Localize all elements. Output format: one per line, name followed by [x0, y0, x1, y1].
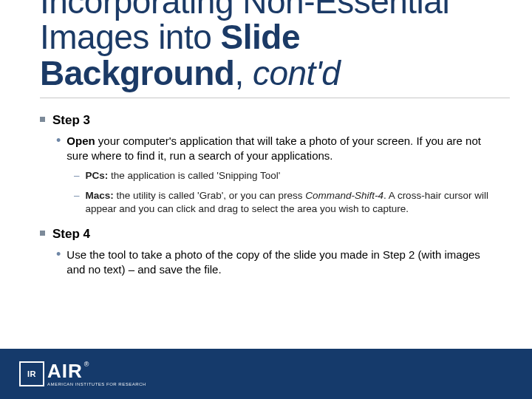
title-line3b: , [234, 54, 253, 92]
dash-bullet-icon: – [74, 169, 80, 183]
title-divider [40, 98, 510, 98]
step4-label: Step 4 [52, 226, 90, 243]
logo-text: AIR® AMERICAN INSTITUTES FOR RESEARCH [47, 361, 146, 386]
content-area: Step 3 • Open your computer's applicatio… [40, 109, 495, 284]
step3-header: Step 3 [40, 112, 495, 129]
step3-pc-text: PCs: the application is called 'Snipping… [86, 169, 281, 183]
logo-mark-icon: IR [19, 361, 44, 386]
step4-bullet-text: Use the tool to take a photo of the copy… [66, 248, 495, 278]
step3-bullet-text: Open your computer's application that wi… [66, 134, 495, 164]
pc-label: PCs: [86, 170, 109, 181]
step3-label: Step 3 [52, 112, 90, 129]
title-line3c: cont'd [253, 54, 340, 92]
mac-label: Macs: [86, 190, 114, 201]
logo-subtitle: AMERICAN INSTITUTES FOR RESEARCH [47, 382, 146, 386]
logo-brand: AIR [47, 360, 83, 382]
title-line2a: Images into [40, 18, 221, 56]
footer-bar: IR AIR® AMERICAN INSTITUTES FOR RESEARCH [0, 349, 532, 399]
title-line3a: Background [40, 54, 234, 92]
mac-body1: the utility is called 'Grab', or you can… [114, 190, 306, 201]
square-bullet-icon [40, 231, 45, 236]
step3-pc-row: – PCs: the application is called 'Snippi… [74, 169, 495, 183]
pc-body: the application is called 'Snipping Tool… [108, 170, 280, 181]
step3-open-rest: your computer's application that will ta… [66, 134, 481, 162]
square-bullet-icon [40, 117, 45, 122]
dash-bullet-icon: – [74, 189, 80, 202]
dot-bullet-icon: • [56, 248, 61, 260]
registered-icon: ® [84, 361, 89, 368]
step3-mac-row: – Macs: the utility is called 'Grab', or… [74, 189, 495, 216]
air-logo: IR AIR® AMERICAN INSTITUTES FOR RESEARCH [19, 361, 146, 386]
step4-bullet: • Use the tool to take a photo of the co… [56, 248, 495, 278]
step3-mac-text: Macs: the utility is called 'Grab', or y… [86, 189, 495, 216]
mac-cmd: Command-Shift-4 [305, 190, 383, 201]
title-line2b: Slide [221, 18, 300, 56]
slide-title: Incorporating Non-Essential Images into … [40, 0, 510, 91]
step3-bullet: • Open your computer's application that … [56, 134, 495, 164]
dot-bullet-icon: • [56, 134, 61, 146]
step4-header: Step 4 [40, 226, 495, 243]
slide: Incorporating Non-Essential Images into … [0, 0, 532, 399]
step3-open-bold: Open [66, 134, 95, 147]
title-heading: Incorporating Non-Essential Images into … [40, 0, 510, 91]
